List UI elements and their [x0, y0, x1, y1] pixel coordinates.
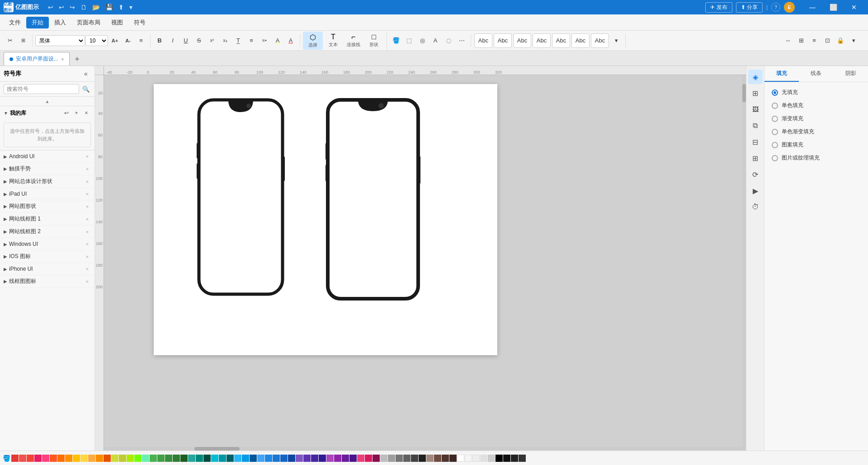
lib-item-touch-gesture[interactable]: ▶ 触摸手势 × [0, 163, 94, 175]
lib-item-wireframe-2[interactable]: ▶ 网站线框图 2 × [0, 225, 94, 238]
close-button[interactable]: ✕ [844, 0, 864, 14]
color-swatch[interactable] [411, 455, 418, 462]
group-button[interactable]: ⊡ [821, 34, 834, 47]
scrollbar-vertical[interactable] [742, 75, 746, 451]
color-swatch[interactable] [434, 455, 441, 462]
distribute-button[interactable]: ≡ [808, 34, 821, 47]
menu-insert[interactable]: 插入 [49, 17, 71, 28]
lib-close-wireframe-1[interactable]: × [84, 216, 91, 223]
color-swatch[interactable] [342, 455, 349, 462]
solid-fill-option[interactable]: 单色填充 [768, 99, 864, 112]
color-swatch[interactable] [234, 455, 241, 462]
abc-style-4[interactable]: Abc [533, 33, 551, 48]
line-tab[interactable]: 线条 [799, 66, 833, 82]
lib-close-wireframe-2[interactable]: × [84, 228, 91, 235]
mylib-close-button[interactable]: × [82, 108, 91, 117]
italic-button[interactable]: I [166, 34, 179, 47]
lib-close-windows-ui[interactable]: × [84, 240, 91, 248]
chart-panel-button[interactable]: ⊞ [748, 151, 763, 165]
increase-font-button[interactable]: A+ [108, 34, 121, 47]
color-swatch[interactable] [472, 455, 480, 462]
color-swatch[interactable] [257, 455, 264, 462]
color-swatch[interactable] [19, 455, 26, 462]
list-bullet-button[interactable]: ≡• [258, 34, 271, 47]
color-swatch[interactable] [157, 455, 165, 462]
shape-tool[interactable]: □ 形状 [364, 32, 384, 49]
undo-button[interactable]: ↩ [46, 3, 55, 12]
mono-gradient-fill-option[interactable]: 单色渐变填充 [768, 125, 864, 138]
restore-button[interactable]: ⬜ [823, 0, 844, 14]
more-button[interactable]: ▾ [127, 3, 134, 12]
fill-tab[interactable]: 填充 [764, 66, 799, 82]
lib-close-iphone-ui[interactable]: × [84, 265, 91, 272]
scrollbar-horizontal[interactable] [104, 447, 742, 451]
image-panel-button[interactable]: 🖼 [748, 102, 763, 117]
underline-button[interactable]: U [179, 34, 192, 47]
lib-close-touch-gesture[interactable]: × [84, 165, 91, 173]
color-swatch[interactable] [188, 455, 195, 462]
color-swatch[interactable] [134, 455, 142, 462]
color-swatch[interactable] [349, 455, 357, 462]
text-bg-button[interactable]: A [271, 34, 284, 47]
no-fill-option[interactable]: 无填充 [768, 86, 864, 99]
presentation-panel-button[interactable]: ▶ [748, 183, 763, 198]
help-button[interactable]: ? [771, 3, 780, 12]
color-swatch[interactable] [380, 455, 387, 462]
scrollbar-vertical-thumb[interactable] [742, 84, 746, 102]
font-family-select[interactable]: 黑体 [35, 35, 85, 46]
redo-button[interactable]: ↪ [68, 3, 77, 12]
color-swatch[interactable] [334, 455, 341, 462]
color-swatch[interactable] [373, 455, 380, 462]
scroll-up-button[interactable]: ▲ [0, 98, 94, 105]
color-swatch[interactable] [303, 455, 311, 462]
font-color2-button[interactable]: A [429, 34, 442, 47]
color-swatch[interactable] [480, 455, 487, 462]
color-swatch[interactable] [34, 455, 42, 462]
color-swatch[interactable] [273, 455, 280, 462]
canvas-area[interactable]: -40 -20 0 20 40 60 80 100 120 140 160 18… [95, 66, 746, 451]
minimize-button[interactable]: — [802, 0, 823, 14]
publish-button[interactable]: ✈ 发布 [705, 2, 732, 13]
grid-panel-button[interactable]: ⊞ [748, 86, 763, 100]
color-swatch[interactable] [326, 455, 334, 462]
color-swatch[interactable] [50, 455, 57, 462]
lib-item-android-ui[interactable]: ▶ Android UI × [0, 150, 94, 163]
border-style-button[interactable]: ⬚ [403, 34, 415, 47]
color-swatch[interactable] [365, 455, 372, 462]
color-swatch[interactable] [250, 455, 257, 462]
color-swatch[interactable] [127, 455, 134, 462]
font-size-select[interactable]: 10 [85, 35, 108, 46]
phone-mockup-1[interactable] [197, 98, 285, 296]
phone-mockup-2[interactable] [326, 98, 420, 301]
superscript-button[interactable]: x² [206, 34, 218, 47]
abc-style-6[interactable]: Abc [571, 33, 590, 48]
fill-color-icon[interactable]: 🪣 [2, 454, 11, 463]
eraser-button[interactable]: ◌ [442, 34, 455, 47]
color-swatch-black[interactable] [495, 455, 503, 462]
current-tab[interactable]: 安卓用户界面设... × [4, 52, 70, 66]
align-button[interactable]: ≡ [135, 34, 147, 47]
pattern-fill-option[interactable]: 图案填充 [768, 138, 864, 151]
transform-panel-button[interactable]: ⟳ [748, 167, 763, 182]
fill-color-button[interactable]: 🪣 [390, 34, 402, 47]
more-style-button[interactable]: ⋯ [455, 34, 468, 47]
menu-file[interactable]: 文件 [4, 17, 26, 28]
color-swatch[interactable] [280, 455, 288, 462]
share-button[interactable]: ⬆ 分享 [736, 2, 763, 13]
open-button[interactable]: 📂 [90, 3, 102, 12]
tab-close-button[interactable]: × [61, 56, 64, 62]
menu-view[interactable]: 视图 [106, 17, 128, 28]
color-swatch[interactable] [396, 455, 403, 462]
abc-style-2[interactable]: Abc [494, 33, 512, 48]
list-ordered-button[interactable]: ≡ [245, 34, 258, 47]
color-swatch[interactable] [111, 455, 118, 462]
color-swatch-white[interactable] [457, 455, 464, 462]
abc-style-7[interactable]: Abc [591, 33, 609, 48]
more-right-button[interactable]: ▾ [847, 34, 860, 47]
color-swatch[interactable] [488, 455, 495, 462]
color-swatch[interactable] [196, 455, 203, 462]
color-swatch[interactable] [511, 455, 518, 462]
color-swatch[interactable] [88, 455, 95, 462]
color-swatch[interactable] [203, 455, 211, 462]
lib-item-ipad-ui[interactable]: ▶ iPad UI × [0, 188, 94, 200]
